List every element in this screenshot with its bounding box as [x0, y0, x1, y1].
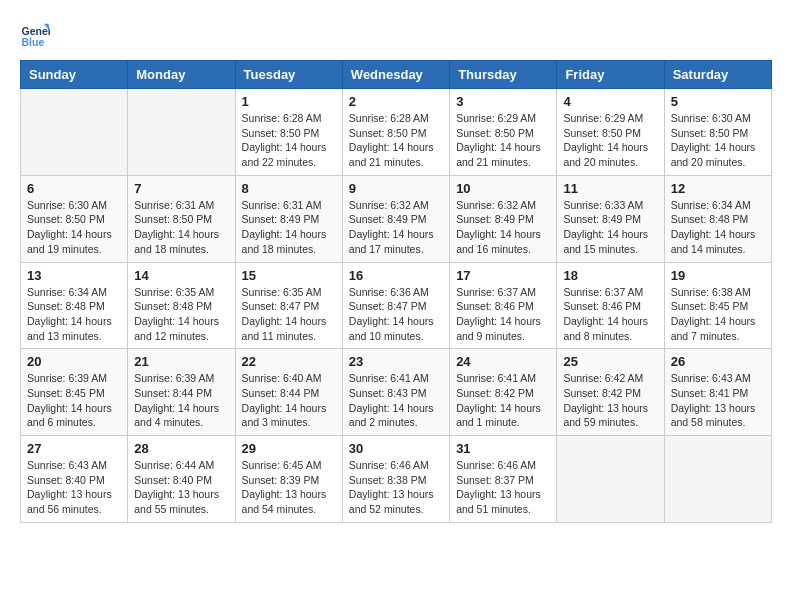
calendar-week-row: 27Sunrise: 6:43 AMSunset: 8:40 PMDayligh…: [21, 436, 772, 523]
calendar-cell: 3Sunrise: 6:29 AMSunset: 8:50 PMDaylight…: [450, 89, 557, 176]
calendar-cell: 18Sunrise: 6:37 AMSunset: 8:46 PMDayligh…: [557, 262, 664, 349]
day-number: 25: [563, 354, 657, 369]
day-info: Sunrise: 6:30 AMSunset: 8:50 PMDaylight:…: [27, 198, 121, 257]
day-number: 14: [134, 268, 228, 283]
calendar-week-row: 6Sunrise: 6:30 AMSunset: 8:50 PMDaylight…: [21, 175, 772, 262]
calendar-body: 1Sunrise: 6:28 AMSunset: 8:50 PMDaylight…: [21, 89, 772, 523]
day-number: 31: [456, 441, 550, 456]
calendar-cell: [664, 436, 771, 523]
day-info: Sunrise: 6:31 AMSunset: 8:49 PMDaylight:…: [242, 198, 336, 257]
day-info: Sunrise: 6:30 AMSunset: 8:50 PMDaylight:…: [671, 111, 765, 170]
calendar-cell: 8Sunrise: 6:31 AMSunset: 8:49 PMDaylight…: [235, 175, 342, 262]
day-number: 1: [242, 94, 336, 109]
weekday-header: Monday: [128, 61, 235, 89]
day-info: Sunrise: 6:35 AMSunset: 8:47 PMDaylight:…: [242, 285, 336, 344]
calendar-cell: 5Sunrise: 6:30 AMSunset: 8:50 PMDaylight…: [664, 89, 771, 176]
day-number: 2: [349, 94, 443, 109]
day-info: Sunrise: 6:45 AMSunset: 8:39 PMDaylight:…: [242, 458, 336, 517]
calendar-table: SundayMondayTuesdayWednesdayThursdayFrid…: [20, 60, 772, 523]
day-info: Sunrise: 6:39 AMSunset: 8:44 PMDaylight:…: [134, 371, 228, 430]
day-number: 18: [563, 268, 657, 283]
logo: General Blue: [20, 20, 54, 50]
day-info: Sunrise: 6:41 AMSunset: 8:43 PMDaylight:…: [349, 371, 443, 430]
day-number: 16: [349, 268, 443, 283]
weekday-header: Wednesday: [342, 61, 449, 89]
day-info: Sunrise: 6:28 AMSunset: 8:50 PMDaylight:…: [242, 111, 336, 170]
calendar-cell: [557, 436, 664, 523]
day-number: 5: [671, 94, 765, 109]
day-number: 8: [242, 181, 336, 196]
day-number: 30: [349, 441, 443, 456]
day-info: Sunrise: 6:32 AMSunset: 8:49 PMDaylight:…: [349, 198, 443, 257]
day-number: 10: [456, 181, 550, 196]
svg-text:Blue: Blue: [22, 36, 45, 48]
day-info: Sunrise: 6:32 AMSunset: 8:49 PMDaylight:…: [456, 198, 550, 257]
day-info: Sunrise: 6:35 AMSunset: 8:48 PMDaylight:…: [134, 285, 228, 344]
calendar-week-row: 13Sunrise: 6:34 AMSunset: 8:48 PMDayligh…: [21, 262, 772, 349]
day-info: Sunrise: 6:33 AMSunset: 8:49 PMDaylight:…: [563, 198, 657, 257]
calendar-cell: 22Sunrise: 6:40 AMSunset: 8:44 PMDayligh…: [235, 349, 342, 436]
calendar-week-row: 20Sunrise: 6:39 AMSunset: 8:45 PMDayligh…: [21, 349, 772, 436]
calendar-cell: 15Sunrise: 6:35 AMSunset: 8:47 PMDayligh…: [235, 262, 342, 349]
weekday-header: Tuesday: [235, 61, 342, 89]
calendar-cell: 20Sunrise: 6:39 AMSunset: 8:45 PMDayligh…: [21, 349, 128, 436]
calendar-cell: 9Sunrise: 6:32 AMSunset: 8:49 PMDaylight…: [342, 175, 449, 262]
day-number: 12: [671, 181, 765, 196]
day-info: Sunrise: 6:38 AMSunset: 8:45 PMDaylight:…: [671, 285, 765, 344]
day-number: 20: [27, 354, 121, 369]
day-info: Sunrise: 6:42 AMSunset: 8:42 PMDaylight:…: [563, 371, 657, 430]
day-info: Sunrise: 6:41 AMSunset: 8:42 PMDaylight:…: [456, 371, 550, 430]
calendar-cell: 21Sunrise: 6:39 AMSunset: 8:44 PMDayligh…: [128, 349, 235, 436]
day-number: 15: [242, 268, 336, 283]
calendar-cell: 1Sunrise: 6:28 AMSunset: 8:50 PMDaylight…: [235, 89, 342, 176]
day-info: Sunrise: 6:29 AMSunset: 8:50 PMDaylight:…: [456, 111, 550, 170]
weekday-header: Sunday: [21, 61, 128, 89]
calendar-cell: 25Sunrise: 6:42 AMSunset: 8:42 PMDayligh…: [557, 349, 664, 436]
day-info: Sunrise: 6:46 AMSunset: 8:38 PMDaylight:…: [349, 458, 443, 517]
day-number: 28: [134, 441, 228, 456]
day-number: 23: [349, 354, 443, 369]
day-number: 9: [349, 181, 443, 196]
weekday-header: Friday: [557, 61, 664, 89]
page-header: General Blue: [20, 20, 772, 50]
day-number: 3: [456, 94, 550, 109]
day-number: 24: [456, 354, 550, 369]
day-info: Sunrise: 6:28 AMSunset: 8:50 PMDaylight:…: [349, 111, 443, 170]
calendar-week-row: 1Sunrise: 6:28 AMSunset: 8:50 PMDaylight…: [21, 89, 772, 176]
calendar-cell: 2Sunrise: 6:28 AMSunset: 8:50 PMDaylight…: [342, 89, 449, 176]
calendar-cell: 12Sunrise: 6:34 AMSunset: 8:48 PMDayligh…: [664, 175, 771, 262]
calendar-cell: 23Sunrise: 6:41 AMSunset: 8:43 PMDayligh…: [342, 349, 449, 436]
weekday-header: Saturday: [664, 61, 771, 89]
day-info: Sunrise: 6:36 AMSunset: 8:47 PMDaylight:…: [349, 285, 443, 344]
day-number: 7: [134, 181, 228, 196]
day-number: 29: [242, 441, 336, 456]
day-number: 4: [563, 94, 657, 109]
calendar-cell: [21, 89, 128, 176]
weekday-header: Thursday: [450, 61, 557, 89]
calendar-cell: 7Sunrise: 6:31 AMSunset: 8:50 PMDaylight…: [128, 175, 235, 262]
calendar-header-row: SundayMondayTuesdayWednesdayThursdayFrid…: [21, 61, 772, 89]
day-number: 11: [563, 181, 657, 196]
calendar-cell: 11Sunrise: 6:33 AMSunset: 8:49 PMDayligh…: [557, 175, 664, 262]
calendar-cell: 17Sunrise: 6:37 AMSunset: 8:46 PMDayligh…: [450, 262, 557, 349]
day-info: Sunrise: 6:46 AMSunset: 8:37 PMDaylight:…: [456, 458, 550, 517]
day-number: 6: [27, 181, 121, 196]
day-info: Sunrise: 6:43 AMSunset: 8:40 PMDaylight:…: [27, 458, 121, 517]
day-info: Sunrise: 6:34 AMSunset: 8:48 PMDaylight:…: [27, 285, 121, 344]
calendar-cell: 14Sunrise: 6:35 AMSunset: 8:48 PMDayligh…: [128, 262, 235, 349]
day-number: 19: [671, 268, 765, 283]
calendar-cell: 26Sunrise: 6:43 AMSunset: 8:41 PMDayligh…: [664, 349, 771, 436]
calendar-cell: 24Sunrise: 6:41 AMSunset: 8:42 PMDayligh…: [450, 349, 557, 436]
day-info: Sunrise: 6:44 AMSunset: 8:40 PMDaylight:…: [134, 458, 228, 517]
calendar-cell: 10Sunrise: 6:32 AMSunset: 8:49 PMDayligh…: [450, 175, 557, 262]
day-info: Sunrise: 6:34 AMSunset: 8:48 PMDaylight:…: [671, 198, 765, 257]
calendar-cell: 31Sunrise: 6:46 AMSunset: 8:37 PMDayligh…: [450, 436, 557, 523]
day-number: 26: [671, 354, 765, 369]
day-info: Sunrise: 6:39 AMSunset: 8:45 PMDaylight:…: [27, 371, 121, 430]
day-number: 17: [456, 268, 550, 283]
day-info: Sunrise: 6:31 AMSunset: 8:50 PMDaylight:…: [134, 198, 228, 257]
calendar-cell: 29Sunrise: 6:45 AMSunset: 8:39 PMDayligh…: [235, 436, 342, 523]
calendar-cell: 13Sunrise: 6:34 AMSunset: 8:48 PMDayligh…: [21, 262, 128, 349]
calendar-cell: 16Sunrise: 6:36 AMSunset: 8:47 PMDayligh…: [342, 262, 449, 349]
day-info: Sunrise: 6:29 AMSunset: 8:50 PMDaylight:…: [563, 111, 657, 170]
